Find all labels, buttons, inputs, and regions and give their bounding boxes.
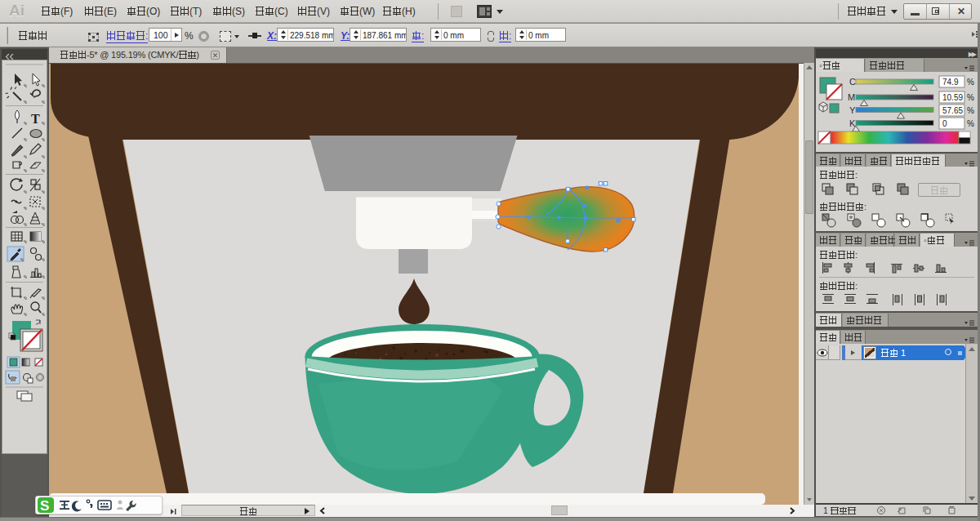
svg-text:74.9: 74.9 [942, 78, 959, 87]
svg-text:%: % [967, 119, 974, 128]
svg-text:C: C [849, 77, 856, 87]
svg-text:K: K [849, 118, 856, 128]
svg-text:0: 0 [942, 119, 947, 128]
svg-text:M: M [848, 92, 855, 102]
svg-text:Y: Y [849, 105, 856, 115]
svg-text:10.59: 10.59 [942, 93, 963, 102]
svg-text:%: % [967, 93, 974, 102]
svg-text:%: % [967, 78, 974, 87]
svg-text:57.65: 57.65 [942, 106, 963, 115]
svg-text:%: % [967, 106, 974, 115]
svg-text:T: T [31, 112, 40, 126]
svg-text:S: S [40, 498, 49, 514]
